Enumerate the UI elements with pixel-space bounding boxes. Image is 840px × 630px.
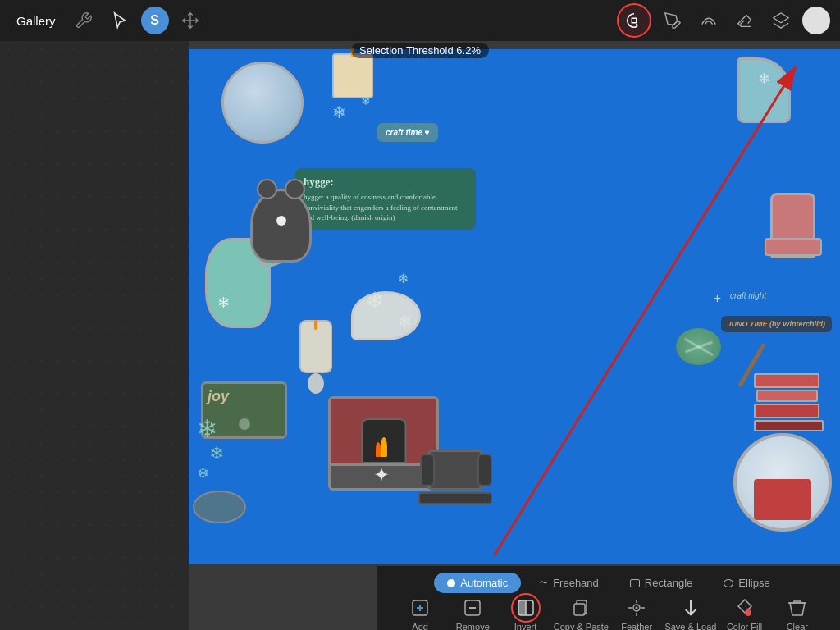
craft-night-text: craft night: [730, 291, 766, 300]
color-fill-icon: [735, 598, 755, 618]
canvas-area[interactable]: craft time ♥ ❄ ❄ ❄ hygge: hygge: a quali…: [189, 41, 840, 630]
eraser-tool-button[interactable]: [730, 6, 760, 35]
transform-icon: [181, 11, 199, 30]
snowflake-cluster: ❄ ❄ ❄: [197, 414, 224, 482]
selection-threshold-label: Selection Threshold 6.2%: [351, 43, 489, 58]
armchair-sticker: [427, 450, 484, 511]
layers-icon: [772, 11, 790, 30]
toolbar-right: [617, 3, 830, 38]
feather-icon: [627, 598, 646, 618]
wrench-button[interactable]: [69, 6, 98, 35]
yarn-ball: [676, 328, 721, 365]
candle-sticker: [332, 53, 373, 98]
selection-tool-icon: [111, 11, 129, 30]
smudge-tool-button[interactable]: [694, 6, 724, 35]
svg-point-9: [636, 607, 638, 609]
bottom-actions: Add Remove: [377, 596, 840, 630]
selection-tool-button[interactable]: [105, 6, 135, 35]
remove-icon: [463, 598, 482, 618]
left-sidebar: [0, 41, 189, 630]
lasso-icon: [625, 11, 643, 30]
svg-marker-0: [114, 13, 125, 27]
invert-action-btn[interactable]: Invert: [501, 596, 550, 630]
snowflake-center3: ❄: [398, 271, 409, 286]
bear-sticker: [250, 189, 312, 262]
add-icon: [410, 598, 430, 618]
blob-sticker: [351, 291, 421, 340]
procreate-logo: S: [141, 7, 169, 34]
grid-background: [0, 41, 189, 630]
add-action-btn[interactable]: Add: [395, 596, 445, 630]
feather-action-btn[interactable]: Feather: [612, 596, 661, 630]
snow-globe-bottom-right: [733, 433, 832, 532]
canvas-content[interactable]: craft time ♥ ❄ ❄ ❄ hygge: hygge: a quali…: [189, 49, 840, 564]
automatic-mode-btn[interactable]: Automatic: [434, 573, 521, 593]
eraser-icon: [736, 11, 754, 30]
smudge-icon: [700, 11, 718, 30]
puddle-sticker: [193, 491, 246, 523]
christmas-hat: ❄: [737, 57, 791, 123]
color-fill-action-btn[interactable]: Color Fill: [720, 596, 769, 630]
freehand-mode-btn[interactable]: 〜 Freehand: [526, 573, 612, 593]
pen-tool-button[interactable]: [658, 6, 687, 35]
snow-globe-top-left: [221, 62, 304, 144]
invert-highlight-circle: [511, 593, 541, 623]
wrench-icon: [75, 11, 93, 30]
canvas-cursor: +: [714, 291, 721, 306]
save-load-icon: [681, 598, 701, 618]
layers-button[interactable]: [766, 6, 796, 35]
transform-button[interactable]: [176, 6, 205, 35]
selection-modes: Automatic 〜 Freehand Rectangle Ellipse: [377, 566, 840, 596]
juno-time-text: JUNO TIME (by Winterchild): [721, 316, 832, 332]
user-avatar[interactable]: [802, 7, 830, 34]
boots-sticker: [770, 193, 815, 258]
lasso-tool-highlighted[interactable]: [617, 3, 651, 38]
copy-paste-action-btn[interactable]: Copy & Paste: [554, 596, 609, 630]
ellipse-mode-btn[interactable]: Ellipse: [710, 573, 783, 593]
copy-paste-icon: [571, 598, 591, 618]
clear-icon: [788, 598, 807, 618]
clear-action-btn[interactable]: Clear: [773, 596, 822, 630]
save-load-action-btn[interactable]: Save & Load: [664, 596, 716, 630]
toolbar-left: Gallery S: [10, 6, 617, 35]
top-toolbar: Gallery S: [0, 0, 840, 41]
gallery-button[interactable]: Gallery: [10, 11, 62, 31]
remove-action-btn[interactable]: Remove: [448, 596, 497, 630]
snowflake-top: ❄: [332, 103, 346, 122]
candle-ghost: [295, 320, 336, 394]
canvas-wrapper[interactable]: craft time ♥ ❄ ❄ ❄ hygge: hygge: a quali…: [189, 49, 840, 564]
hygge-box: hygge: hygge: a quality of cosiness and …: [295, 168, 476, 230]
craft-time-text: craft time ♥: [377, 123, 438, 142]
rectangle-mode-btn[interactable]: Rectangle: [617, 573, 706, 593]
pen-icon: [664, 11, 682, 30]
bottom-bar: Automatic 〜 Freehand Rectangle Ellipse: [377, 566, 840, 630]
books-sticker: [754, 373, 824, 431]
sparkle-sticker: ✦: [373, 463, 390, 486]
snowflake-small: ❄: [361, 94, 371, 107]
